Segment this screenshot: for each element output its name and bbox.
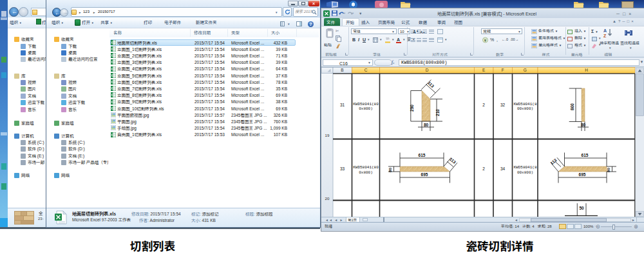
svg-text:KWD58041(80: KWD58041(80 xyxy=(353,101,379,106)
svg-text:695: 695 xyxy=(421,172,428,177)
svg-text:33: 33 xyxy=(340,166,345,171)
svg-text:80: 80 xyxy=(606,167,611,172)
svg-text:19: 19 xyxy=(325,133,330,137)
svg-text:2: 2 xyxy=(482,166,485,171)
svg-text:210: 210 xyxy=(435,108,440,115)
svg-text:50: 50 xyxy=(579,205,584,210)
svg-text:290: 290 xyxy=(410,104,414,111)
svg-text:E: E xyxy=(482,68,486,72)
svg-text:615: 615 xyxy=(582,153,589,157)
svg-text:0x800): 0x800) xyxy=(359,106,373,111)
svg-text:80: 80 xyxy=(424,122,429,126)
svg-text:KWD58041(8: KWD58041(8 xyxy=(513,165,536,170)
svg-text:0x800): 0x800) xyxy=(359,170,373,174)
svg-text:¥: ¥ xyxy=(484,38,487,43)
svg-text:KWD58041(80: KWD58041(80 xyxy=(353,165,379,170)
svg-text:32: 32 xyxy=(500,103,506,107)
svg-text:2: 2 xyxy=(482,103,485,107)
svg-text:F: F xyxy=(502,68,504,72)
svg-text:80: 80 xyxy=(581,122,586,126)
svg-text:B: B xyxy=(341,68,343,72)
svg-text:31: 31 xyxy=(340,103,345,107)
svg-text:00x800): 00x800) xyxy=(517,170,533,174)
svg-text:615: 615 xyxy=(419,153,426,157)
svg-text:20: 20 xyxy=(325,196,330,201)
svg-text:G: G xyxy=(524,68,527,72)
svg-text:KWD58041(8: KWD58041(8 xyxy=(513,101,536,106)
svg-text:00x800): 00x800) xyxy=(517,106,533,111)
svg-text:D: D xyxy=(426,68,429,72)
svg-text:80: 80 xyxy=(388,167,392,172)
svg-text:C: C xyxy=(365,68,368,72)
svg-text:34: 34 xyxy=(500,166,506,171)
svg-text:H: H xyxy=(585,68,588,72)
svg-text:695: 695 xyxy=(579,172,586,177)
svg-text:A: A xyxy=(603,28,607,33)
svg-text:Z: Z xyxy=(603,34,607,38)
svg-text:800: 800 xyxy=(570,103,574,110)
